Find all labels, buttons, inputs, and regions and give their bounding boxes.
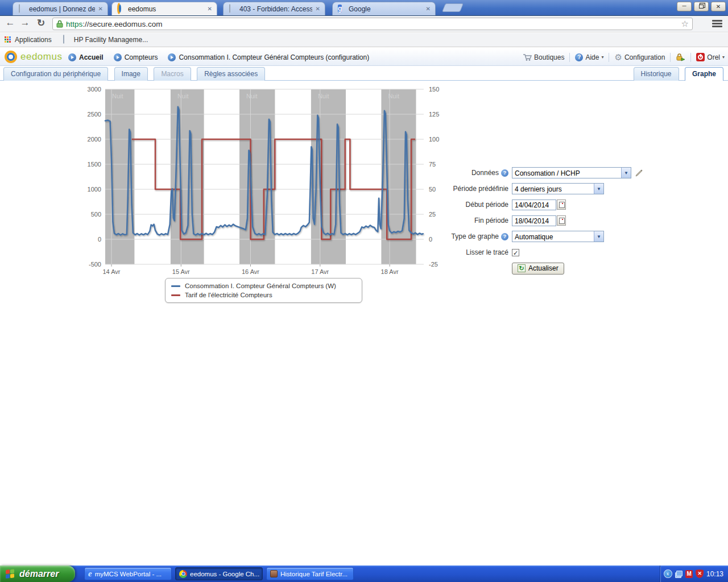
lisser-checkbox[interactable]: ✓ <box>512 249 519 256</box>
apps-grid-icon <box>5 36 12 44</box>
bookmark-hp-facility[interactable]: HP Facility Manageme... <box>62 35 148 44</box>
power-icon <box>696 53 705 61</box>
breadcrumb-compteurs[interactable]: Compteurs <box>114 53 158 61</box>
chrome-menu-icon[interactable] <box>712 20 722 28</box>
page-tabs: Configuration du périphérique Image Macr… <box>0 65 728 81</box>
tab-title: Google <box>349 5 423 13</box>
tab-historique[interactable]: Historique <box>634 67 679 81</box>
taskbar-item-eedomus[interactable]: eedomus - Google Ch... <box>175 567 263 580</box>
address-bar[interactable]: https://secure.eedomus.com ☆ <box>52 18 693 30</box>
browser-tab-1[interactable]: eedomus | Donnez de l'intelli ✕ <box>13 2 108 15</box>
security-alert-icon[interactable]: ✕ <box>696 569 703 578</box>
edit-pencil-icon[interactable] <box>635 168 644 177</box>
new-tab-button[interactable] <box>442 3 464 12</box>
chevron-down-icon: ▼ <box>621 168 631 178</box>
clock: 10:13 <box>706 570 723 578</box>
help-icon[interactable]: ? <box>501 169 508 177</box>
svg-text:18 Avr: 18 Avr <box>381 268 399 275</box>
close-icon[interactable]: ✕ <box>97 6 104 12</box>
form-row-periode-predefinie: Période prédéfinie 4 derniers jours ▼ <box>442 181 653 197</box>
legend-swatch <box>171 294 180 296</box>
tab-title: 403 - Forbidden: Access is d <box>239 5 312 13</box>
help-icon[interactable]: ? <box>501 233 508 240</box>
chevron-down-icon: ▾ <box>601 55 603 60</box>
windows-flag-icon <box>6 569 15 579</box>
svg-text:2000: 2000 <box>88 136 101 143</box>
svg-text:Nuit: Nuit <box>388 93 399 99</box>
svg-text:3000: 3000 <box>88 86 101 93</box>
legend-item-tariff[interactable]: Tarif de l'électricité Compteurs <box>171 290 356 300</box>
forward-icon[interactable]: → <box>18 17 32 28</box>
periode-select[interactable]: 4 derniers jours ▼ <box>512 183 604 194</box>
minimize-button[interactable]: ─ <box>677 2 692 11</box>
chrome-icon <box>179 570 187 578</box>
eedomus-logo-icon <box>5 51 17 63</box>
fin-periode-input[interactable]: 18/04/2014 <box>512 215 556 226</box>
menu-boutiques[interactable]: Boutiques <box>523 53 564 61</box>
nav-arrow-icon <box>168 53 176 61</box>
tab-configuration-peripherique[interactable]: Configuration du périphérique <box>3 67 108 81</box>
debut-periode-input[interactable]: 14/04/2014 <box>512 199 556 210</box>
padlock-icon <box>56 20 63 28</box>
page-icon <box>18 5 27 14</box>
bookmark-applications[interactable]: Applications <box>5 36 52 44</box>
svg-text:0: 0 <box>429 236 432 243</box>
chevron-down-icon: ▼ <box>594 184 603 194</box>
menu-aide[interactable]: ? Aide ▾ <box>575 53 603 61</box>
system-tray: ‹ M ✕ 10:13 <box>660 566 728 582</box>
tab-title: eedomus | Donnez de l'intelli <box>29 5 95 13</box>
calendar-icon[interactable] <box>557 215 566 226</box>
graph-form: Données? Consomation / HCHP ▼ Période pr… <box>442 165 653 275</box>
actualiser-button[interactable]: ↻ Actualiser <box>512 263 564 275</box>
menu-user-orel[interactable]: Orel ▾ <box>696 53 725 61</box>
form-row-type-graphe: Type de graphe? Automatique ▼ <box>442 228 653 244</box>
cart-icon <box>523 53 532 61</box>
refresh-icon: ↻ <box>518 264 526 272</box>
eedomus-logo[interactable]: eedomus <box>5 51 62 63</box>
taskbar-item-historique[interactable]: Historique Tarif Electr... <box>266 567 354 580</box>
tray-collapse-icon[interactable]: ‹ <box>664 569 672 578</box>
bookmarks-bar: Applications HP Facility Manageme... <box>0 33 728 47</box>
close-icon[interactable]: ✕ <box>315 6 321 12</box>
breadcrumb-device[interactable]: Consommation I. Compteur Général Compteu… <box>168 53 369 61</box>
browser-tab-4[interactable]: g Google ✕ <box>332 2 436 15</box>
network-icon[interactable] <box>675 571 682 577</box>
internet-explorer-icon: e <box>88 569 92 579</box>
svg-text:75: 75 <box>429 161 436 168</box>
url-text: https://secure.eedomus.com <box>66 20 681 28</box>
legend-item-consumption[interactable]: Consommation I. Compteur Général Compteu… <box>171 281 356 290</box>
browser-tab-3[interactable]: 403 - Forbidden: Access is d ✕ <box>223 2 325 15</box>
svg-text:150: 150 <box>429 86 439 93</box>
reload-icon[interactable]: ↻ <box>34 17 48 29</box>
svg-text:25: 25 <box>429 211 436 218</box>
svg-text:15 Avr: 15 Avr <box>172 268 190 275</box>
tab-regles-associees[interactable]: Règles associées <box>197 67 265 81</box>
svg-text:Nuit: Nuit <box>112 93 123 99</box>
svg-text:Nuit: Nuit <box>318 93 329 99</box>
lock-icon <box>676 53 685 61</box>
close-icon[interactable]: ✕ <box>206 6 213 12</box>
tab-graphe[interactable]: Graphe <box>685 67 723 81</box>
svg-text:-25: -25 <box>429 261 438 268</box>
start-button[interactable]: démarrer <box>0 566 75 582</box>
close-icon[interactable]: ✕ <box>425 6 432 12</box>
tab-image[interactable]: Image <box>114 67 148 81</box>
menu-configuration[interactable]: ⚙ Configuration <box>614 52 665 63</box>
breadcrumb: Accueil Compteurs Consommation I. Compte… <box>68 49 369 65</box>
browser-tab-2[interactable]: eedomus ✕ <box>111 2 217 15</box>
breadcrumb-accueil[interactable]: Accueil <box>68 53 104 61</box>
window-controls: ─ ✕ <box>677 2 726 11</box>
google-icon: g <box>337 5 346 14</box>
bookmark-star-icon[interactable]: ☆ <box>681 19 689 29</box>
taskbar-item-mymcs[interactable]: e myMCS WebPortal - ... <box>84 567 172 580</box>
svg-text:125: 125 <box>429 111 439 118</box>
close-button[interactable]: ✕ <box>711 2 726 11</box>
donnees-select[interactable]: Consomation / HCHP ▼ <box>512 167 631 178</box>
back-icon[interactable]: ← <box>3 17 17 28</box>
antivirus-icon[interactable]: M <box>685 570 693 578</box>
site-menu: Boutiques ? Aide ▾ ⚙ Configuration <box>523 49 725 65</box>
calendar-icon[interactable] <box>557 199 566 210</box>
session-lock[interactable] <box>676 53 685 61</box>
restore-button[interactable] <box>694 2 709 11</box>
type-graphe-select[interactable]: Automatique ▼ <box>512 231 604 242</box>
